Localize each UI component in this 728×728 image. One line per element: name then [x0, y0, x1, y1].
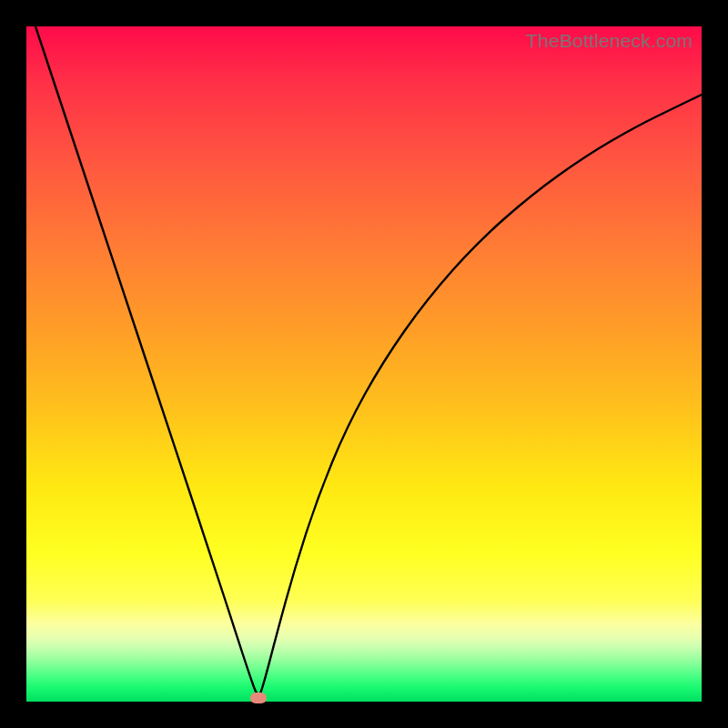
min-marker: [250, 693, 267, 703]
bottleneck-curve: [26, 26, 702, 702]
plot-area: TheBottleneck.com: [26, 26, 702, 702]
curve-path: [35, 26, 702, 694]
chart-frame: TheBottleneck.com: [0, 0, 728, 728]
